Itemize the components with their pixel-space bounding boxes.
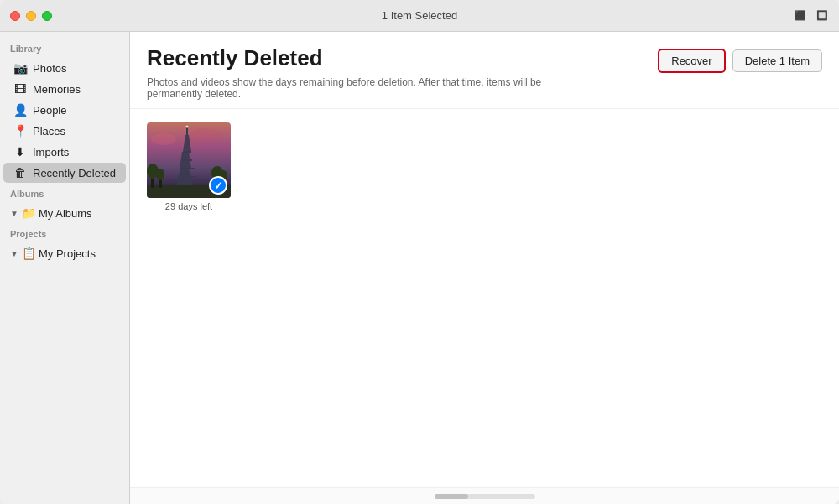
places-icon: 📍 — [13, 124, 27, 138]
sidebar-item-imports-label: Imports — [33, 146, 69, 158]
svg-point-9 — [156, 169, 164, 180]
content-header: Recently Deleted Photos and videos show … — [130, 32, 839, 109]
sidebar-item-memories[interactable]: 🎞 Memories — [3, 79, 126, 99]
my-albums-icon: 📁 — [22, 206, 35, 220]
albums-section-label: Albums — [0, 184, 129, 202]
projects-section-label: Projects — [0, 224, 129, 242]
sidebar-item-imports[interactable]: ⬇ Imports — [3, 142, 126, 162]
content-body: ✓ 29 days left — [130, 109, 839, 487]
scrollbar-thumb[interactable] — [435, 494, 468, 499]
chevron-down-icon: ▼ — [10, 209, 18, 218]
sidebar-item-places[interactable]: 📍 Places — [3, 121, 126, 141]
page-title: Recently Deleted — [147, 45, 583, 71]
close-button[interactable] — [10, 11, 20, 21]
content-subtitle: Photos and videos show the days remainin… — [147, 76, 583, 100]
window-title: 1 Item Selected — [382, 9, 457, 22]
horizontal-scrollbar[interactable] — [435, 494, 535, 499]
chevron-right-icon: ▼ — [10, 249, 18, 258]
cursor-overlay — [831, 40, 839, 119]
zoom-icon[interactable]: 🔲 — [816, 9, 829, 23]
delete-button[interactable]: Delete 1 Item — [732, 49, 822, 72]
sidebar-item-recently-deleted-label: Recently Deleted — [33, 167, 116, 179]
maximize-button[interactable] — [42, 11, 52, 21]
content-footer — [130, 487, 839, 504]
minimize-button[interactable] — [26, 11, 36, 21]
main-container: Library 📷 Photos 🎞 Memories 👤 People 📍 P… — [0, 32, 839, 504]
sidebar-item-people-label: People — [33, 104, 66, 117]
sidebar: Library 📷 Photos 🎞 Memories 👤 People 📍 P… — [0, 32, 130, 504]
photos-icon: 📷 — [13, 61, 27, 75]
sidebar-item-recently-deleted[interactable]: 🗑 Recently Deleted — [3, 163, 126, 183]
photo-days-label: 29 days left — [147, 201, 231, 211]
sidebar-item-places-label: Places — [33, 125, 65, 138]
svg-point-22 — [186, 126, 189, 128]
sidebar-item-my-albums[interactable]: ▼ 📁 My Albums — [3, 203, 126, 223]
my-projects-icon: 📋 — [22, 247, 35, 260]
photo-thumbnail: ✓ — [147, 122, 231, 198]
sidebar-item-memories-label: Memories — [33, 83, 81, 96]
sidebar-item-my-projects-label: My Projects — [39, 247, 96, 260]
sidebar-item-my-albums-label: My Albums — [39, 207, 92, 220]
sidebar-toggle-icon[interactable]: ⬛ — [794, 9, 807, 23]
library-section-label: Library — [0, 39, 129, 57]
imports-icon: ⬇ — [13, 145, 27, 158]
sidebar-item-my-projects[interactable]: ▼ 📋 My Projects — [3, 243, 126, 263]
svg-point-3 — [190, 128, 221, 142]
recently-deleted-icon: 🗑 — [13, 166, 27, 179]
people-icon: 👤 — [13, 103, 27, 117]
photo-grid: ✓ 29 days left — [147, 122, 822, 211]
sidebar-item-photos-label: Photos — [33, 62, 66, 75]
content-area: Recently Deleted Photos and videos show … — [130, 32, 839, 504]
content-header-left: Recently Deleted Photos and videos show … — [147, 45, 583, 100]
titlebar: 1 Item Selected ⬛ 🔲 — [0, 0, 839, 32]
titlebar-icons: ⬛ 🔲 — [794, 9, 829, 23]
memories-icon: 🎞 — [13, 82, 27, 96]
content-header-right: Recover Delete 1 Item — [658, 49, 822, 73]
sidebar-item-people[interactable]: 👤 People — [3, 100, 126, 120]
recover-button[interactable]: Recover — [658, 49, 725, 73]
list-item[interactable]: ✓ 29 days left — [147, 122, 231, 211]
svg-point-2 — [151, 133, 176, 145]
traffic-lights — [10, 11, 52, 21]
sidebar-item-photos[interactable]: 📷 Photos — [3, 58, 126, 78]
